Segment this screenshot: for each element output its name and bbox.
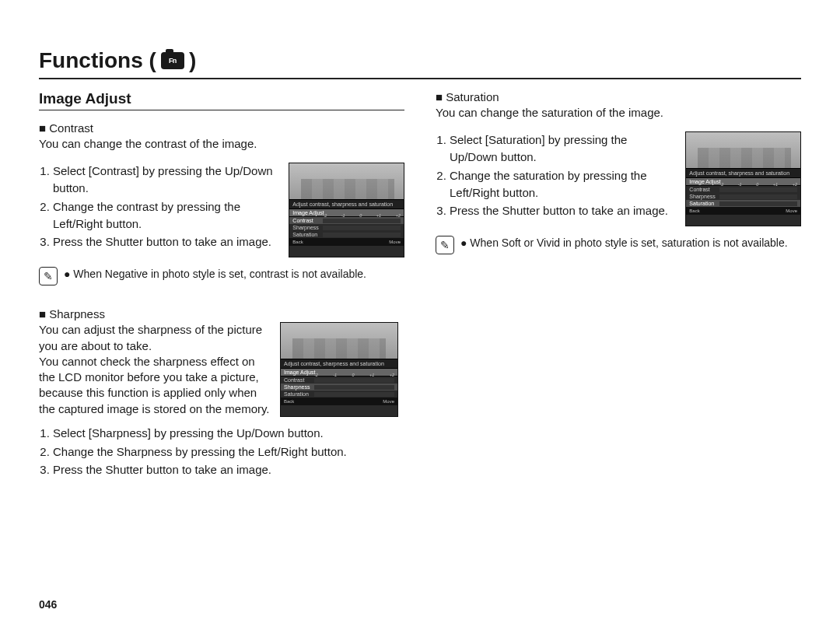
- sharpness-block: ■ Sharpness You can adjust the sharpness…: [39, 307, 404, 478]
- sharpness-step-3: Press the Shutter button to take an imag…: [53, 461, 395, 478]
- sharpness-lcd-screenshot: Adjust contrast, sharpness and saturatio…: [280, 322, 398, 417]
- contrast-note: ● When Negative in photo style is set, c…: [64, 267, 366, 282]
- sharpness-steps: Select [Sharpness] by pressing the Up/Do…: [39, 425, 395, 478]
- contrast-block: ■ Contrast You can change the contrast o…: [39, 121, 404, 285]
- sharpness-step-2: Change the Sharpness by pressing the Lef…: [53, 443, 395, 461]
- contrast-heading: ■ Contrast: [39, 121, 404, 135]
- title-suffix: ): [189, 48, 196, 73]
- sharpness-heading: ■ Sharpness: [39, 307, 404, 321]
- sharpness-step-1: Select [Sharpness] by pressing the Up/Do…: [53, 425, 395, 442]
- left-column: Image Adjust ■ Contrast You can change t…: [39, 90, 404, 500]
- contrast-desc: You can change the contrast of the image…: [39, 136, 404, 152]
- note-icon: ✎: [39, 267, 58, 285]
- saturation-note: ● When Soft or Vivid in photo style is s…: [460, 236, 788, 251]
- saturation-block: ■ Saturation You can change the saturati…: [436, 90, 801, 254]
- section-rule: [39, 110, 404, 110]
- contrast-step-1: Select [Contrast] by pressing the Up/Dow…: [53, 163, 281, 197]
- saturation-step-2: Change the saturation by pressing the Le…: [450, 167, 677, 201]
- contrast-steps: Select [Contrast] by pressing the Up/Dow…: [39, 163, 281, 252]
- saturation-steps: Select [Saturation] by pressing the Up/D…: [436, 131, 677, 221]
- page-number: 046: [39, 598, 57, 611]
- saturation-lcd-screenshot: Adjust contrast, sharpness and saturatio…: [685, 131, 801, 226]
- title-prefix: Functions (: [39, 48, 156, 73]
- section-title: Image Adjust: [39, 90, 404, 107]
- contrast-lcd-screenshot: Adjust contrast, sharpness and saturatio…: [289, 163, 404, 257]
- saturation-step-1: Select [Saturation] by pressing the Up/D…: [450, 131, 677, 166]
- note-icon: ✎: [436, 236, 454, 254]
- saturation-heading: ■ Saturation: [436, 90, 801, 103]
- saturation-desc: You can change the saturation of the ima…: [436, 105, 801, 121]
- sharpness-desc2: You cannot check the sharpness effect on…: [39, 354, 272, 417]
- camera-fn-icon: Fn: [161, 52, 184, 69]
- page-title: Functions ( Fn ): [39, 48, 801, 73]
- saturation-step-3: Press the Shutter button to take an imag…: [450, 202, 677, 219]
- title-rule: [39, 78, 801, 79]
- right-column: ■ Saturation You can change the saturati…: [436, 90, 801, 500]
- sharpness-desc1: You can adjust the sharpness of the pict…: [39, 322, 272, 354]
- contrast-step-3: Press the Shutter button to take an imag…: [53, 233, 281, 250]
- contrast-step-2: Change the contrast by pressing the Left…: [53, 198, 281, 233]
